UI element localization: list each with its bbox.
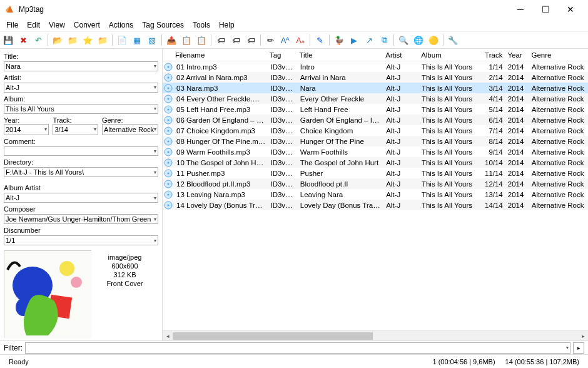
table-row[interactable]: 11 Pusher.mp3ID3v2.4PusherAlt-JThis Is A… [163,168,588,178]
col-title[interactable]: Title [297,51,383,59]
comment-label: Comment: [4,136,158,145]
table-row[interactable]: 07 Choice Kingdom.mp3ID3v2.4Choice Kingd… [163,125,588,136]
cover-art[interactable] [4,250,91,338]
artist-field[interactable]: Alt-J▾ [4,83,158,93]
close-button[interactable]: ✕ [558,1,583,18]
col-track[interactable]: Track [481,51,505,59]
col-tag[interactable]: Tag [267,51,297,59]
menu-edit[interactable]: Edit [23,19,44,31]
cell-tag: ID3v2.4 [268,116,297,124]
col-artist[interactable]: Artist [383,51,418,59]
tag-to-filename-icon[interactable]: 🏷 [229,33,243,47]
genre-field[interactable]: Alternative Rock▾ [102,124,158,135]
folder-add-icon[interactable]: 📁 [66,33,79,47]
year-field[interactable]: 2014▾ [4,124,49,135]
tag-to-tag-icon[interactable]: 🏷 [244,33,258,47]
table-row[interactable]: 05 Left Hand Free.mp3ID3v2.4Left Hand Fr… [163,104,588,115]
album-field[interactable]: This Is All Yours▾ [4,104,158,114]
grid-header[interactable]: Filename Tag Title Artist Album Track Ye… [163,49,588,61]
filename-to-tag-icon[interactable]: 🏷 [214,33,228,47]
col-genre[interactable]: Genre [529,51,588,59]
playlist-icon[interactable]: 📄 [115,33,129,47]
menu-help[interactable]: Help [215,19,238,31]
web-icon[interactable]: 🌐 [412,33,425,47]
cell-album: This Is All Yours [419,106,482,113]
minimize-button[interactable]: ─ [508,1,533,18]
table-row[interactable]: 14 Lovely Day (Bonus Track)...ID3v2.4Lov… [163,200,588,210]
save-icon[interactable]: 💾 [1,33,15,47]
table-row[interactable]: 06 Garden Of England – Int...ID3v2.4Gard… [163,115,588,125]
maximize-button[interactable]: ☐ [533,1,558,18]
action-run-icon[interactable]: ▶ [347,33,361,47]
track-field[interactable]: 3/14▾ [53,124,98,135]
cell-title: Lovely Day (Bonus Track) [298,202,383,209]
cell-genre: Alternative Rock [529,95,588,103]
case-lower-icon[interactable]: Aₐ [293,33,307,47]
case-upper-icon[interactable]: Aᴬ [278,33,292,47]
audio-file-icon [164,201,173,210]
action-export-icon[interactable]: ↗ [362,33,376,47]
table-row[interactable]: 04 Every Other Freckle.mp3ID3v2.4Every O… [163,93,588,104]
menu-actions[interactable]: Actions [105,19,137,31]
filter-apply-button[interactable]: ▸ [573,342,584,354]
table-row[interactable]: 01 Intro.mp3ID3v2.4IntroAlt-JThis Is All… [163,61,588,72]
undo-icon[interactable]: ↶ [31,33,45,47]
cell-tag: ID3v2.4 [268,106,297,113]
toolbar-separator [161,34,162,46]
menu-tag-sources[interactable]: Tag Sources [138,19,188,31]
select-all-icon[interactable]: ▦ [130,33,144,47]
scroll-track[interactable] [173,331,578,341]
cell-year: 2014 [505,106,529,113]
col-year[interactable]: Year [505,51,529,59]
table-row[interactable]: 09 Warm Foothills.mp3ID3v2.4Warm Foothil… [163,146,588,157]
action-quick-icon[interactable]: 🦆 [332,33,346,47]
delete-icon[interactable]: ✖ [16,33,30,47]
folder-open-icon[interactable]: 📂 [51,33,64,47]
cover-icon[interactable]: 🟡 [427,33,440,47]
menu-view[interactable]: View [45,19,69,31]
title-field[interactable]: Nara▾ [4,61,158,71]
edit-icon[interactable]: ✎ [313,33,327,47]
table-row[interactable]: 03 Nara.mp3ID3v2.4NaraAlt-JThis Is All Y… [163,83,588,93]
copy-icon[interactable]: 📋 [180,33,193,47]
audio-file-icon [164,63,173,71]
scroll-right-icon[interactable]: ▸ [578,331,588,341]
menu-convert[interactable]: Convert [70,19,104,31]
filter-input[interactable]: ▾ [25,342,570,354]
table-row[interactable]: 13 Leaving Nara.mp3ID3v2.4Leaving NaraAl… [163,189,588,200]
title-bar: Mp3tag ─ ☐ ✕ [0,0,588,19]
action-group-icon[interactable]: ⧉ [377,33,391,47]
cell-filename: 07 Choice Kingdom.mp3 [174,127,268,135]
cover-area: image/jpeg 600x600 312 KB Front Cover [4,250,158,338]
horizontal-scrollbar[interactable]: ◂ ▸ [163,330,588,340]
cell-title: Arrival in Nara [298,74,383,81]
paste-icon[interactable]: 📋 [195,33,208,47]
composer-field[interactable]: Joe Newman/Gus Unger-Hamilton/Thom Green… [4,214,158,224]
album-artist-field[interactable]: Alt-J▾ [4,193,158,203]
menu-file[interactable]: File [3,19,22,31]
cell-artist: Alt-J [383,159,419,166]
cell-title: Garden Of England – Interlu... [298,116,383,124]
table-row[interactable]: 10 The Gospel of John Hurt...ID3v2.4The … [163,157,588,168]
lookup-icon[interactable]: 🔍 [397,33,410,47]
rename-folder-icon[interactable]: ✏ [263,33,277,47]
cell-tag: ID3v2.4 [268,159,297,166]
folder-play-icon[interactable]: 📁 [96,33,109,47]
cell-filename: 06 Garden Of England – Int... [174,116,268,124]
scroll-thumb[interactable] [173,332,373,340]
table-row[interactable]: 08 Hunger Of The Pine.mp3ID3v2.4Hunger O… [163,136,588,146]
menu-tools[interactable]: Tools [189,19,214,31]
table-row[interactable]: 02 Arrival in Nara.mp3ID3v2.4Arrival in … [163,72,588,83]
album-artist-label: Album Artist [4,183,158,192]
export-icon[interactable]: 📤 [165,33,178,47]
discnumber-field[interactable]: 1/1▾ [4,235,158,245]
scroll-left-icon[interactable]: ◂ [163,331,173,341]
comment-field[interactable]: ▾ [4,146,158,156]
settings-icon[interactable]: 🔧 [446,33,460,47]
col-album[interactable]: Album [418,51,481,59]
directory-field[interactable]: F:\Alt-J - This Is All Yours\▾ [4,167,158,177]
table-row[interactable]: 12 Bloodflood pt.II.mp3ID3v2.4Bloodflood… [163,178,588,189]
invert-selection-icon[interactable]: ▧ [145,33,159,47]
folder-star-icon[interactable]: ⭐ [81,33,94,47]
col-filename[interactable]: Filename [173,51,267,59]
